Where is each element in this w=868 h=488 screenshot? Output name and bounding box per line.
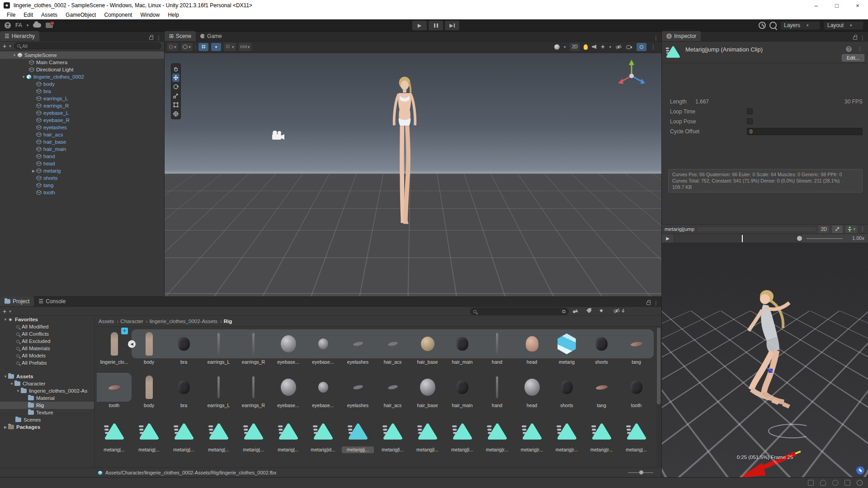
breadcrumb-item[interactable]: Character <box>120 319 147 324</box>
asset-cell[interactable]: bra <box>166 373 201 409</box>
hierarchy-menu-icon[interactable]: ⋮ <box>156 35 161 41</box>
loop-pose-checkbox[interactable] <box>747 118 753 124</box>
asset-cell[interactable]: + ◀ hair_main <box>445 329 480 366</box>
view-tool[interactable] <box>172 65 179 73</box>
tab-scene[interactable]: ⊞ Scene <box>165 31 196 41</box>
clip-menu-icon[interactable]: ⋮ <box>857 46 863 52</box>
hierarchy-item-prefab-root[interactable]: ▼ lingerie_clothes_0002 <box>0 73 164 80</box>
project-lock-icon[interactable] <box>646 302 651 305</box>
vertical-scrollbar[interactable] <box>656 327 661 467</box>
edit-button[interactable]: Edit... <box>842 54 864 61</box>
thumbnail-zoom-thumb[interactable] <box>639 470 643 474</box>
asset-cell[interactable]: shorts <box>549 373 584 409</box>
hierarchy-child-item[interactable]: ▶ hair_acs <box>0 131 164 138</box>
preview-clip-name[interactable]: metarig|jump <box>665 226 694 232</box>
hierarchy-child-item[interactable]: ▶ eyebase_L <box>0 109 164 117</box>
hierarchy-search-input[interactable] <box>22 43 158 49</box>
asset-cell[interactable]: + ◀ shorts <box>584 329 619 366</box>
favorites-item[interactable]: All Models <box>0 352 94 359</box>
camera-gizmo[interactable] <box>270 130 285 141</box>
asset-cell[interactable]: hand <box>480 373 514 409</box>
menu-item[interactable]: Component <box>100 12 136 18</box>
asset-cell[interactable]: + ◀ hand <box>480 329 514 366</box>
cloud-icon[interactable] <box>33 23 41 28</box>
favorites-item[interactable]: All Excluded <box>0 338 94 345</box>
play-button[interactable]: ▶ <box>412 21 427 30</box>
hierarchy-child-item[interactable]: ▶ bra <box>0 88 164 95</box>
lock-icon[interactable] <box>149 37 153 40</box>
asset-cell[interactable]: + ◀ eyebase... <box>306 329 340 366</box>
asset-label-icon[interactable] <box>856 466 864 474</box>
create-asset-caret-icon[interactable]: ▾ <box>9 309 11 314</box>
cycle-offset-field[interactable]: 0 <box>747 128 863 135</box>
notifications-icon[interactable] <box>820 480 826 486</box>
account-label[interactable]: FA <box>15 22 22 28</box>
preview-pivot-button[interactable] <box>832 225 843 233</box>
tab-inspector[interactable]: i Inspector <box>662 31 701 41</box>
scene-tab-menu-icon[interactable]: ⋮ <box>653 35 659 41</box>
project-search[interactable]: ⧉ <box>470 308 569 315</box>
animation-asset-cell[interactable]: metarig|l... <box>375 417 410 453</box>
favorites-item[interactable]: All Modified <box>0 323 94 330</box>
menu-item[interactable]: GameObject <box>61 12 100 18</box>
animation-asset-cell[interactable]: metarig|... <box>97 417 132 453</box>
tree-item-material[interactable]: Material <box>0 394 94 402</box>
hierarchy-item-scene[interactable]: ▼ SampleScene <box>0 52 164 59</box>
collab-status-icon[interactable] <box>832 480 838 486</box>
transform-tool[interactable] <box>172 110 179 118</box>
hierarchy-search[interactable] <box>14 42 161 49</box>
asset-cell[interactable]: + ◀ eyebase... <box>271 329 306 366</box>
account-icon[interactable] <box>5 22 11 28</box>
gizmos-toggle[interactable] <box>637 43 646 51</box>
animation-asset-cell[interactable]: metarig|... <box>166 417 201 453</box>
hierarchy-child-item[interactable]: ▶ head <box>0 160 164 167</box>
move-gizmo-arrow[interactable] <box>734 447 802 477</box>
close-button[interactable]: × <box>847 0 868 11</box>
speed-slider-track[interactable] <box>807 238 843 239</box>
step-button[interactable]: ▶ <box>445 21 459 30</box>
project-menu-icon[interactable]: ⋮ <box>653 300 659 306</box>
tree-item-character[interactable]: ▼Character <box>0 380 94 387</box>
asset-cell[interactable]: + ◀ eyelashes <box>340 329 375 366</box>
tree-item-assets-folder[interactable]: ▼lingerie_clothes_0002-As <box>0 387 94 394</box>
asset-cell[interactable]: eyebase... <box>271 373 306 409</box>
breadcrumb-item[interactable]: Assets <box>99 319 118 324</box>
asset-cell[interactable]: + ◀ hair_acs <box>375 329 410 366</box>
asset-cell[interactable]: eyelashes <box>340 373 375 409</box>
asset-cell[interactable]: + ◀ lingerie_clo... <box>97 329 132 366</box>
speed-slider-thumb[interactable] <box>797 236 802 241</box>
menu-item[interactable]: Help <box>164 12 183 18</box>
asset-cell[interactable]: tooth <box>97 373 132 409</box>
hierarchy-item[interactable]: Main Camera <box>0 59 164 66</box>
asset-cell[interactable]: body <box>132 373 166 409</box>
character-model[interactable] <box>382 74 427 255</box>
lighting-toggle[interactable] <box>584 44 588 50</box>
hierarchy-child-item[interactable]: ▶ eyebase_R <box>0 117 164 124</box>
animation-asset-cell[interactable]: metarig|r... <box>584 417 619 453</box>
preview-avatar-button[interactable]: ▾ <box>845 225 857 233</box>
favorites-folder[interactable]: ▼★ Favorites <box>0 316 94 323</box>
rect-tool[interactable] <box>172 101 179 109</box>
favorites-item[interactable]: All Prefabs <box>0 359 94 366</box>
tree-item-rig[interactable]: Rig <box>0 402 94 409</box>
pivot-button[interactable]: ▾ <box>167 43 178 51</box>
hierarchy-child-item[interactable]: ▶ hair_base <box>0 138 164 145</box>
animation-asset-cell[interactable]: metarig|... <box>132 417 166 453</box>
foldout-icon[interactable]: ▼ <box>21 75 26 79</box>
loop-time-checkbox[interactable] <box>747 108 753 114</box>
orientation-gizmo[interactable] <box>614 57 649 91</box>
animation-asset-cell[interactable]: metarig|r... <box>549 417 584 453</box>
snap-settings-button[interactable]: ▾ <box>239 43 252 51</box>
asset-cell[interactable]: hair_acs <box>375 373 410 409</box>
menu-item[interactable]: Window <box>136 12 164 18</box>
rotate-tool[interactable] <box>172 83 179 91</box>
tree-item-texture[interactable]: Texture <box>0 409 94 416</box>
tree-item-assets[interactable]: ▼Assets <box>0 373 94 380</box>
undo-history-icon[interactable] <box>759 22 766 29</box>
favorites-item[interactable]: All Conflicts <box>0 330 94 338</box>
asset-cell[interactable]: + ◀ hair_base <box>410 329 445 366</box>
hierarchy-child-item[interactable]: ▶ tang <box>0 182 164 189</box>
grid-snap-toggle[interactable] <box>198 43 208 51</box>
orientation-button[interactable]: ▾ <box>181 43 193 51</box>
animation-asset-cell[interactable]: metarig|... <box>271 417 306 453</box>
